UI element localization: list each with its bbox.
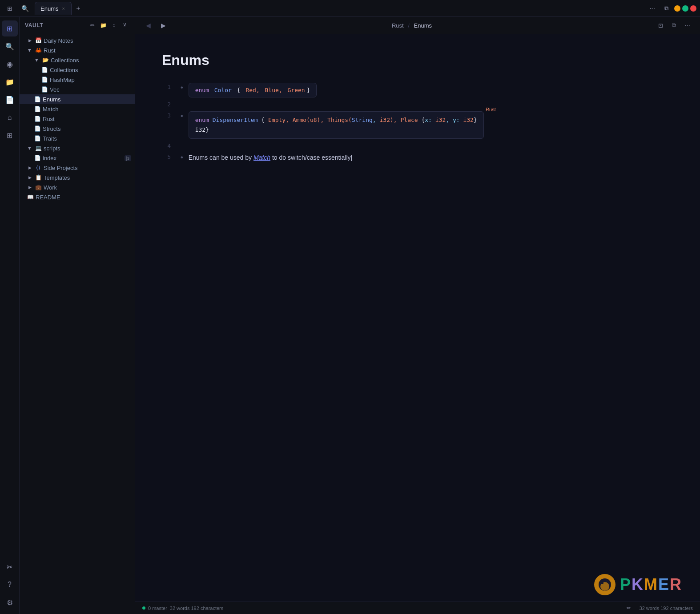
brace-place-close: } xyxy=(474,117,477,123)
search-icon[interactable]: 🔍 xyxy=(19,2,31,15)
line-number-5: 5 xyxy=(162,153,171,160)
scripts-icon: 💻 xyxy=(35,145,42,152)
pkmer-m: M xyxy=(644,575,658,594)
variant-ammo-close: ), xyxy=(317,117,324,123)
file-icon: 📄 xyxy=(34,96,41,103)
statusbar: 0 master 32 words 192 characters ✏ 32 wo… xyxy=(135,602,700,614)
sidebar-item-daily-notes[interactable]: ▶ 📅 Daily Notes xyxy=(20,36,135,45)
sidebar-item-index-js[interactable]: 📄 index js xyxy=(20,153,135,163)
activity-files-button[interactable]: ⊞ xyxy=(2,20,18,36)
js-badge: js xyxy=(125,155,131,161)
variant-blue: Blue, xyxy=(261,87,282,93)
collections-folder-icon: 📂 xyxy=(42,57,49,64)
activity-tags-button[interactable]: ⊞ xyxy=(2,127,18,143)
window-close-button[interactable] xyxy=(690,5,696,12)
activity-graph-button[interactable]: ◉ xyxy=(2,56,18,72)
line-content-4 xyxy=(180,141,673,150)
new-tab-button[interactable]: + xyxy=(72,3,84,14)
back-button[interactable]: ◀ xyxy=(142,20,154,31)
tab-close-icon[interactable]: × xyxy=(61,5,65,12)
sidebar-item-rust[interactable]: ▶ 🦀 Rust xyxy=(20,45,135,55)
editor-area[interactable]: Enums 1 • enum Color { Red, B xyxy=(135,34,700,602)
more-options-icon[interactable]: ⋯ xyxy=(681,20,693,31)
item-label: Rust xyxy=(43,116,131,122)
item-label: Work xyxy=(44,184,131,191)
pkmer-r: R xyxy=(670,575,682,594)
type-i32-y: i32 xyxy=(463,117,473,123)
activity-note-button[interactable]: 📄 xyxy=(2,92,18,108)
variant-things: Things( xyxy=(327,117,352,123)
item-label: Daily Notes xyxy=(44,37,131,44)
rust-language-label: Rust xyxy=(486,105,496,114)
bullet-icon: • xyxy=(180,111,184,121)
document-title: Enums xyxy=(162,52,673,69)
sidebar-item-side-projects[interactable]: ▶ ⟨⟩ Side Projects xyxy=(20,163,135,173)
item-label: Templates xyxy=(44,174,131,181)
sidebar-item-vec[interactable]: 📄 Vec xyxy=(20,85,135,94)
activity-home-button[interactable]: ⌂ xyxy=(2,109,18,125)
type-string: String xyxy=(352,117,373,123)
file-icon: 📄 xyxy=(41,76,48,83)
sidebar-item-traits[interactable]: 📄 Traits xyxy=(20,133,135,143)
code-line-dispenser-2: i32} xyxy=(195,125,477,135)
variant-things-close: ), xyxy=(390,117,397,123)
rust-icon: 🦀 xyxy=(35,47,42,54)
prose-before: Enums can be used by xyxy=(189,154,253,161)
file-icon: 📄 xyxy=(41,66,48,73)
line-content-3: • Rust enum DispenserItem { Empty, Ammo(… xyxy=(180,111,673,139)
sidebar-item-rust-file[interactable]: 📄 Rust xyxy=(20,114,135,124)
expand-arrow: ▶ xyxy=(27,47,33,53)
activity-search-button[interactable]: 🔍 xyxy=(2,38,18,54)
sidebar-item-match[interactable]: 📄 Match xyxy=(20,104,135,114)
window-maximize-button[interactable] xyxy=(682,5,688,12)
sidebar-item-readme[interactable]: 📖 README xyxy=(20,192,135,202)
item-label: Enums xyxy=(43,96,131,103)
activity-help-button[interactable]: ? xyxy=(2,577,18,593)
statusbar-left: 0 master 32 words 192 characters xyxy=(142,606,223,611)
item-label: Collections xyxy=(50,67,131,73)
brace-open: { xyxy=(261,117,268,123)
type-i32: i32 xyxy=(376,117,390,123)
comma2: , xyxy=(446,117,453,123)
new-folder-button[interactable]: 📁 xyxy=(98,20,108,30)
prose-after: to do switch/case essentially xyxy=(270,154,351,161)
file-icon: 📄 xyxy=(41,86,48,93)
sort-button[interactable]: ↕ xyxy=(109,20,119,30)
words-right: 32 words 192 characters xyxy=(640,606,693,611)
sidebar-item-enums[interactable]: 📄 Enums xyxy=(20,94,135,104)
sidebar-item-templates[interactable]: ▶ 📋 Templates xyxy=(20,173,135,182)
sidebar-item-hashmap[interactable]: 📄 HashMap xyxy=(20,75,135,85)
activity-settings-button[interactable]: ⚙ xyxy=(2,594,18,610)
more-options-icon[interactable]: ⋯ xyxy=(646,2,658,15)
tab-enums[interactable]: Enums × xyxy=(35,2,72,15)
new-note-button[interactable]: ✏ xyxy=(88,20,97,30)
split-view-icon[interactable]: ⧉ xyxy=(660,2,672,15)
sidebar-item-work[interactable]: ▶ 💼 Work xyxy=(20,182,135,192)
window-minimize-button[interactable] xyxy=(674,5,680,12)
activity-folder-button[interactable]: 📁 xyxy=(2,74,18,90)
line-content-2 xyxy=(180,100,673,109)
sidebar-item-structs[interactable]: 📄 Structs xyxy=(20,124,135,133)
menu-icon[interactable]: ⊞ xyxy=(4,2,16,15)
reading-mode-icon[interactable]: ⊡ xyxy=(655,20,666,31)
line-number-1: 1 xyxy=(162,83,171,90)
sidebar-actions: ✏ 📁 ↕ ⊻ xyxy=(88,20,129,30)
sidebar-item-collections-folder[interactable]: ▶ 📂 Collections xyxy=(20,55,135,65)
forward-button[interactable]: ▶ xyxy=(157,20,169,31)
sidebar-item-scripts[interactable]: ▶ 💻 scripts xyxy=(20,143,135,153)
collapse-button[interactable]: ⊻ xyxy=(120,20,129,30)
templates-icon: 📋 xyxy=(35,174,42,181)
sidebar-item-collections-file[interactable]: 📄 Collections xyxy=(20,65,135,75)
line-content-1: • enum Color { Red, Blue, Green } xyxy=(180,83,673,97)
activity-plugins-button[interactable]: ✂ xyxy=(2,559,18,575)
pkmer-text: PKMER xyxy=(620,575,682,594)
split-pane-icon[interactable]: ⧉ xyxy=(668,20,680,31)
pkmer-e: E xyxy=(658,575,670,594)
titlebar-left: ⊞ 🔍 xyxy=(4,2,31,15)
type-color: Color xyxy=(211,87,232,93)
activity-bar: ⊞ 🔍 ◉ 📁 📄 ⌂ ⊞ ✂ ? ⚙ xyxy=(0,17,20,614)
item-label: Side Projects xyxy=(44,165,131,171)
match-link[interactable]: Match xyxy=(253,154,270,161)
type-u8: u8 xyxy=(310,117,317,123)
line-number-3: 3 xyxy=(162,111,171,119)
